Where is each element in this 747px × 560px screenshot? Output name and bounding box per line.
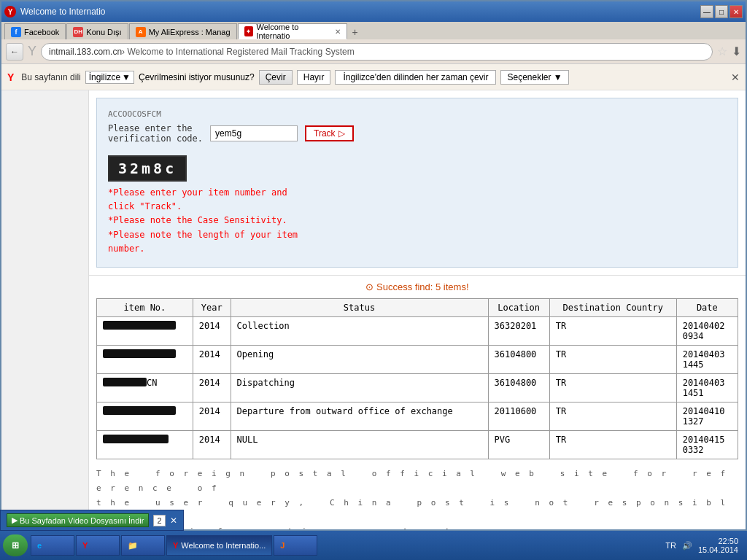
locale-label: TR: [665, 541, 676, 550]
hint-1: *Please enter your item number and: [108, 186, 727, 200]
cell-date-5: 201404150332: [676, 430, 738, 459]
tab-welcome[interactable]: ✦ Welcome to Internatio ✕: [238, 23, 347, 39]
start-button[interactable]: ⊞: [3, 534, 28, 556]
success-icon: ⊙: [365, 281, 374, 292]
title-bar: Y Welcome to Internatio — □ ✕: [1, 1, 746, 22]
video-download-button[interactable]: ▶ Bu Sayfadan Video Dosyasını İndir: [7, 513, 149, 527]
track-button-label: Track: [314, 128, 336, 139]
tab-bar: f Facebook DH Konu Dışı A My AliExpress …: [1, 22, 746, 39]
tab-konu-disi-label: Konu Dışı: [86, 28, 121, 36]
table-row: 2014 Departure from outward office of ex…: [97, 402, 738, 430]
trans-language-select[interactable]: İngilizce ▼: [85, 71, 134, 84]
video-download-bar: ▶ Bu Sayfadan Video Dosyasını İndir 2 ✕: [0, 510, 184, 531]
address-domain: intmail.183.com.cn: [49, 47, 122, 57]
cell-status-3: Dispatching: [231, 373, 488, 402]
speaker-icon: 🔊: [682, 541, 692, 551]
play-icon: ▶: [12, 516, 18, 525]
hint-text: *Please enter your item number and click…: [108, 186, 727, 256]
item-number-label: ACCOOCOSFCM: [108, 109, 727, 119]
translate-button[interactable]: Çevir: [259, 70, 293, 85]
redacted-item-2: [103, 349, 176, 358]
taskbar-item-ie[interactable]: e: [31, 535, 74, 556]
browser-taskbar-icon: Y: [173, 541, 178, 550]
cell-status-2: Opening: [231, 345, 488, 373]
always-translate-button[interactable]: İngilizce'den dilinden her zaman çevir: [335, 70, 496, 85]
taskbar-item-folder[interactable]: 📁: [121, 535, 165, 556]
hint-4: *Please note the length of your item: [108, 228, 727, 242]
tab-aliexpress-label: My AliExpress : Manag: [149, 28, 231, 36]
cell-year-4: 2014: [193, 402, 231, 430]
table-row: CN 2014 Dispatching 36104800 TR 20140403…: [97, 373, 738, 402]
cell-year-2: 2014: [193, 345, 231, 373]
results-table: item No. Year Status Location Destinatio…: [96, 298, 738, 459]
bookmark-icon[interactable]: ☆: [717, 44, 727, 58]
yandex-translate-logo: Y: [7, 71, 14, 83]
captcha-input[interactable]: [210, 125, 298, 141]
redacted-item-4: [103, 406, 176, 415]
table-row: 2014 NULL PVG TR 201404150332: [97, 430, 738, 459]
no-translate-button[interactable]: Hayır: [297, 70, 331, 85]
cell-location-1: 36320201: [488, 316, 549, 345]
cell-item-1: [97, 316, 193, 345]
ie-icon: e: [37, 541, 42, 550]
download-icon[interactable]: ⬇: [732, 44, 741, 58]
captcha-form-row: Please enter the verification code. Trac…: [108, 123, 727, 144]
cell-date-1: 201404020934: [676, 316, 738, 345]
minimize-button[interactable]: —: [700, 5, 713, 18]
ali-tab-icon: A: [136, 27, 146, 37]
browser-window: Y Welcome to Internatio — □ ✕ f Facebook…: [0, 0, 747, 531]
taskbar-right: TR 🔊 22:50 15.04.2014: [659, 531, 744, 560]
taskbar: ⊞ e Y 📁 Y Welcome to Internatio... J TR …: [0, 531, 747, 560]
nav-bar: ← Y intmail.183.com.cn › Welcome to Inte…: [1, 39, 746, 64]
cell-year-1: 2014: [193, 316, 231, 345]
trans-close-button[interactable]: ✕: [731, 71, 740, 83]
back-button[interactable]: ←: [6, 43, 23, 61]
tab-close-button[interactable]: ✕: [335, 28, 341, 36]
maximize-button[interactable]: □: [715, 5, 728, 18]
taskbar-item-yandex[interactable]: Y: [76, 535, 120, 556]
cell-date-4: 201404101327: [676, 402, 738, 430]
clock: 22:50 15.04.2014: [698, 537, 738, 554]
cell-dest-3: TR: [549, 373, 676, 402]
cell-dest-5: TR: [549, 430, 676, 459]
video-close-icon[interactable]: ✕: [170, 516, 177, 526]
table-row: 2014 Opening 36104800 TR 201404031445: [97, 345, 738, 373]
tracking-section: ACCOOCOSFCM Please enter the verificatio…: [96, 98, 738, 268]
tab-welcome-label: Welcome to Internatio: [256, 23, 328, 39]
clock-date: 15.04.2014: [698, 545, 738, 554]
taskbar-apps: e Y 📁 Y Welcome to Internatio... J: [31, 535, 659, 556]
cell-item-3: CN: [97, 373, 193, 402]
window-controls: — □ ✕: [700, 5, 743, 18]
tab-konu-disi[interactable]: DH Konu Dışı: [66, 23, 128, 39]
col-item-no: item No.: [97, 298, 193, 316]
trans-chevron-down-icon: ▼: [122, 72, 131, 82]
tab-aliexpress[interactable]: A My AliExpress : Manag: [129, 23, 237, 39]
cell-year-3: 2014: [193, 373, 231, 402]
new-tab-button[interactable]: +: [348, 25, 363, 39]
captcha-label-line1: Please enter the: [108, 123, 193, 133]
yandex-icon[interactable]: Y: [28, 44, 36, 59]
trans-options-button[interactable]: Seçenekler ▼: [500, 70, 568, 85]
cell-date-3: 201404031451: [676, 373, 738, 402]
trans-page-lang-label: Bu sayfanın dili: [21, 72, 80, 82]
cell-status-1: Collection: [231, 316, 488, 345]
taskbar-item-java[interactable]: J: [274, 535, 317, 556]
redacted-item-1: [103, 321, 176, 330]
track-button[interactable]: Track ▷: [305, 125, 354, 141]
col-status: Status: [231, 298, 488, 316]
close-button[interactable]: ✕: [729, 5, 743, 18]
trans-prompt-label: Çevrilmesini istiyor musunuz?: [139, 72, 255, 82]
cell-location-3: 36104800: [488, 373, 549, 402]
success-text: Success find: 5 items!: [376, 281, 468, 292]
tab-facebook[interactable]: f Facebook: [4, 23, 66, 39]
main-content: ACCOOCOSFCM Please enter the verificatio…: [89, 90, 746, 529]
video-download-label: Bu Sayfadan Video Dosyasını İndir: [20, 516, 144, 525]
hint-2: click "Track".: [108, 200, 727, 214]
java-icon: J: [280, 541, 285, 550]
facebook-tab-icon: f: [11, 27, 21, 37]
browser-taskbar-label: Welcome to Internatio...: [181, 541, 266, 550]
folder-icon: 📁: [128, 541, 138, 551]
windows-icon: ⊞: [12, 540, 19, 551]
address-bar[interactable]: intmail.183.com.cn › Welcome to Internat…: [41, 43, 713, 61]
taskbar-item-browser[interactable]: Y Welcome to Internatio...: [166, 535, 272, 556]
